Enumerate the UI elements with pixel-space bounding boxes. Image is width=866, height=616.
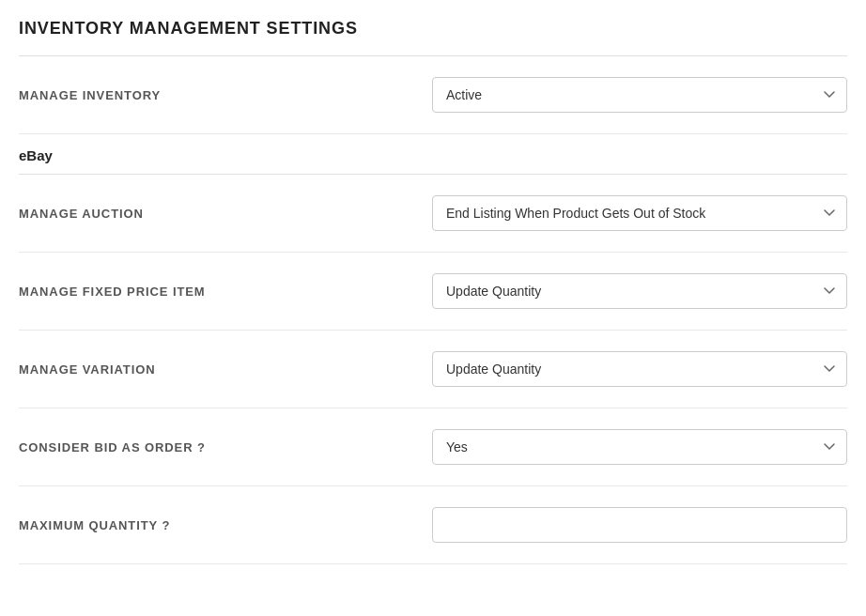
consider-bid-label: CONSIDER BID AS ORDER ?: [19, 440, 432, 454]
ebay-section-label: eBay: [19, 147, 53, 163]
manage-inventory-control: Active Inactive: [432, 77, 847, 113]
consider-bid-row: CONSIDER BID AS ORDER ? Yes No: [19, 408, 847, 486]
maximum-quantity-input[interactable]: [432, 507, 847, 543]
manage-inventory-row: MANAGE INVENTORY Active Inactive: [19, 56, 847, 134]
manage-auction-select[interactable]: End Listing When Product Gets Out of Sto…: [432, 195, 847, 231]
manage-fixed-price-control: Update Quantity Do Nothing: [432, 273, 847, 309]
manage-inventory-label: MANAGE INVENTORY: [19, 88, 432, 102]
manage-auction-row: MANAGE AUCTION End Listing When Product …: [19, 175, 847, 253]
page-title: INVENTORY MANAGEMENT SETTINGS: [19, 19, 847, 56]
manage-fixed-price-select[interactable]: Update Quantity Do Nothing: [432, 273, 847, 309]
maximum-quantity-label: MAXIMUM QUANTITY ?: [19, 518, 432, 532]
page-container: INVENTORY MANAGEMENT SETTINGS MANAGE INV…: [0, 0, 866, 583]
manage-auction-control: End Listing When Product Gets Out of Sto…: [432, 195, 847, 231]
consider-bid-control: Yes No: [432, 429, 847, 465]
manage-variation-control: Update Quantity Do Nothing: [432, 351, 847, 387]
manage-inventory-select[interactable]: Active Inactive: [432, 77, 847, 113]
manage-variation-label: MANAGE VARIATION: [19, 362, 432, 377]
manage-variation-row: MANAGE VARIATION Update Quantity Do Noth…: [19, 331, 847, 408]
ebay-section-header: eBay: [19, 134, 847, 175]
consider-bid-select[interactable]: Yes No: [432, 429, 847, 465]
manage-auction-label: MANAGE AUCTION: [19, 207, 432, 221]
manage-fixed-price-row: MANAGE FIXED PRICE ITEM Update Quantity …: [19, 253, 847, 331]
maximum-quantity-control: [432, 507, 847, 543]
settings-section: MANAGE INVENTORY Active Inactive eBay MA…: [19, 56, 847, 564]
maximum-quantity-row: MAXIMUM QUANTITY ?: [19, 486, 847, 564]
manage-variation-select[interactable]: Update Quantity Do Nothing: [432, 351, 847, 387]
manage-fixed-price-label: MANAGE FIXED PRICE ITEM: [19, 285, 432, 299]
